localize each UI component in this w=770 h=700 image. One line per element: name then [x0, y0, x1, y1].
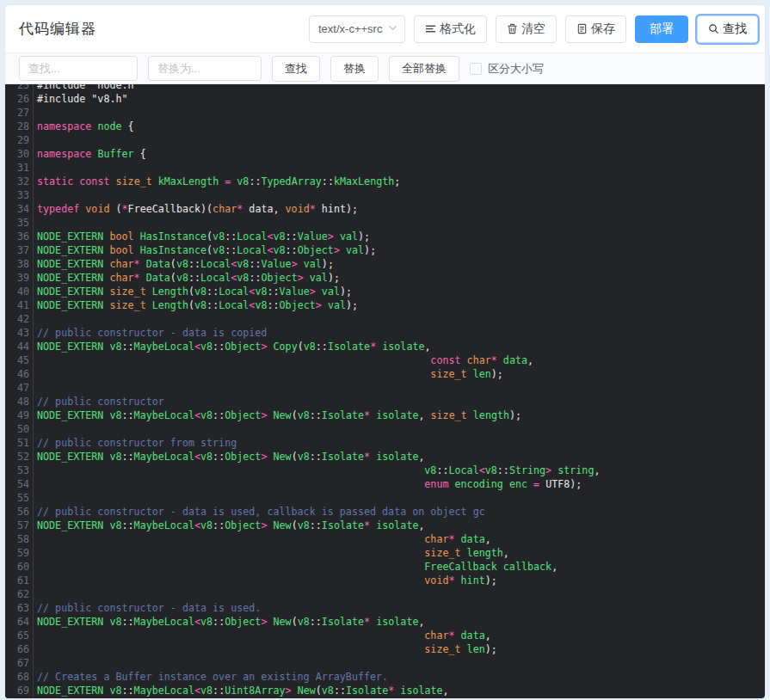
code-line-text: // public constructor - data is used.: [34, 601, 261, 615]
find-input[interactable]: [19, 56, 138, 81]
line-number: 43: [5, 326, 34, 340]
code-line: 27: [5, 106, 765, 120]
line-number: 50: [5, 422, 34, 436]
code-line: 26#include "v8.h": [5, 92, 765, 106]
case-sensitive-label: 区分大小写: [488, 61, 544, 77]
code-line: 60FreeCallback callback,: [5, 560, 765, 574]
code-line-text: static const size_t kMaxLength = v8::Typ…: [34, 175, 400, 188]
line-number: 48: [5, 395, 34, 408]
code-line-text: // public constructor from string: [34, 436, 237, 450]
code-line: 39NODE_EXTERN char* Data(v8::Local<v8::O…: [5, 271, 765, 285]
document-icon: [576, 23, 588, 34]
code-line-text: NODE_EXTERN char* Data(v8::Local<v8::Obj…: [34, 271, 340, 285]
trash-icon: [507, 23, 518, 34]
code-line: 32static const size_t kMaxLength = v8::T…: [5, 175, 765, 188]
clear-button[interactable]: 清空: [496, 15, 557, 43]
case-sensitive-checkbox[interactable]: [470, 63, 482, 75]
code-line: 33: [5, 188, 765, 202]
format-button[interactable]: 格式化: [414, 15, 487, 43]
code-line: 41NODE_EXTERN size_t Length(v8::Local<v8…: [5, 298, 765, 312]
code-line: 59size_t length,: [5, 546, 765, 560]
format-lines-icon: [425, 23, 436, 34]
code-line: 56// public constructor - data is used, …: [5, 505, 765, 519]
line-number: 69: [5, 684, 34, 697]
line-number: 61: [5, 574, 34, 587]
line-number: 59: [5, 546, 34, 560]
code-line: 49NODE_EXTERN v8::MaybeLocal<v8::Object>…: [5, 408, 765, 422]
code-line: 55: [5, 491, 765, 505]
code-line-text: FreeCallback callback,: [34, 560, 557, 574]
code-line-text: NODE_EXTERN v8::MaybeLocal<v8::Object> C…: [34, 340, 431, 353]
code-line: 51// public constructor from string: [5, 436, 765, 450]
line-number: 44: [5, 340, 34, 353]
replace-all-button[interactable]: 全部替换: [389, 56, 459, 82]
line-number: 51: [5, 436, 34, 450]
code-line: 42: [5, 312, 765, 326]
line-number: 58: [5, 532, 34, 546]
code-line: 45const char* data,: [5, 353, 765, 367]
line-number: 31: [5, 161, 34, 175]
code-line-text: [34, 216, 37, 230]
line-number: 55: [5, 491, 34, 505]
line-number: 56: [5, 505, 34, 519]
line-number: 62: [5, 587, 34, 601]
code-line: 66size_t len);: [5, 642, 765, 656]
code-line: 58char* data,: [5, 532, 765, 546]
code-line-text: char* data,: [34, 629, 491, 642]
mode-select[interactable]: text/x-c++src: [309, 15, 405, 43]
code-line: 47: [5, 381, 765, 395]
code-line: 30namespace Buffer {: [5, 147, 765, 161]
search-icon: [708, 23, 719, 34]
code-line: 37NODE_EXTERN bool HasInstance(v8::Local…: [5, 243, 765, 257]
search-toggle-button[interactable]: 查找: [697, 15, 758, 43]
code-line-text: [34, 491, 37, 505]
line-number: 49: [5, 408, 34, 422]
line-number: 65: [5, 629, 34, 642]
line-number: 57: [5, 519, 34, 532]
code-line: 57NODE_EXTERN v8::MaybeLocal<v8::Object>…: [5, 519, 765, 532]
line-number: 68: [5, 670, 34, 684]
code-line: 28namespace node {: [5, 120, 765, 133]
page-title: 代码编辑器: [19, 19, 96, 39]
line-number: 29: [5, 133, 34, 147]
line-number: 26: [5, 92, 34, 106]
code-line: 46size_t len);: [5, 367, 765, 381]
code-line: 61void* hint);: [5, 574, 765, 587]
code-line-text: [34, 422, 37, 436]
code-line-text: NODE_EXTERN bool HasInstance(v8::Local<v…: [34, 243, 376, 257]
chevron-down-icon: [388, 22, 397, 35]
code-line-text: #include "v8.h": [34, 92, 128, 106]
code-line: 53v8::Local<v8::String> string,: [5, 464, 765, 477]
code-line-text: NODE_EXTERN size_t Length(v8::Local<v8::…: [34, 285, 352, 298]
code-line: 40NODE_EXTERN size_t Length(v8::Local<v8…: [5, 285, 765, 298]
line-number: 25: [5, 84, 34, 92]
line-number: 52: [5, 450, 34, 464]
line-number: 60: [5, 560, 34, 574]
clear-button-label: 清空: [521, 21, 545, 37]
replace-button[interactable]: 替换: [330, 56, 379, 82]
code-line-text: // Creates a Buffer instance over an exi…: [34, 670, 388, 684]
code-line-text: size_t len);: [34, 367, 503, 381]
code-line: 64NODE_EXTERN v8::MaybeLocal<v8::Object>…: [5, 615, 765, 629]
deploy-button-label: 部署: [650, 21, 674, 37]
line-number: 32: [5, 175, 34, 188]
code-line-text: enum encoding enc = UTF8);: [34, 477, 582, 491]
case-sensitive-option[interactable]: 区分大小写: [470, 61, 544, 77]
code-line-text: [34, 656, 37, 670]
deploy-button[interactable]: 部署: [635, 15, 688, 43]
find-replace-bar: 查找 替换 全部替换 区分大小写: [5, 53, 765, 84]
find-button[interactable]: 查找: [272, 56, 320, 82]
line-number: 45: [5, 353, 34, 367]
code-editor[interactable]: 25#include "node.h"26#include "v8.h"2728…: [5, 84, 765, 698]
save-button[interactable]: 保存: [565, 15, 626, 43]
line-number: 64: [5, 615, 34, 629]
code-line-text: [34, 188, 37, 202]
code-line-text: [34, 587, 37, 601]
line-number: 39: [5, 271, 34, 285]
line-number: 33: [5, 188, 34, 202]
code-line-text: namespace node {: [34, 120, 134, 133]
replace-input[interactable]: [148, 56, 262, 81]
code-line-text: NODE_EXTERN size_t Length(v8::Local<v8::…: [34, 298, 358, 312]
line-number: 63: [5, 601, 34, 615]
save-button-label: 保存: [591, 21, 615, 37]
